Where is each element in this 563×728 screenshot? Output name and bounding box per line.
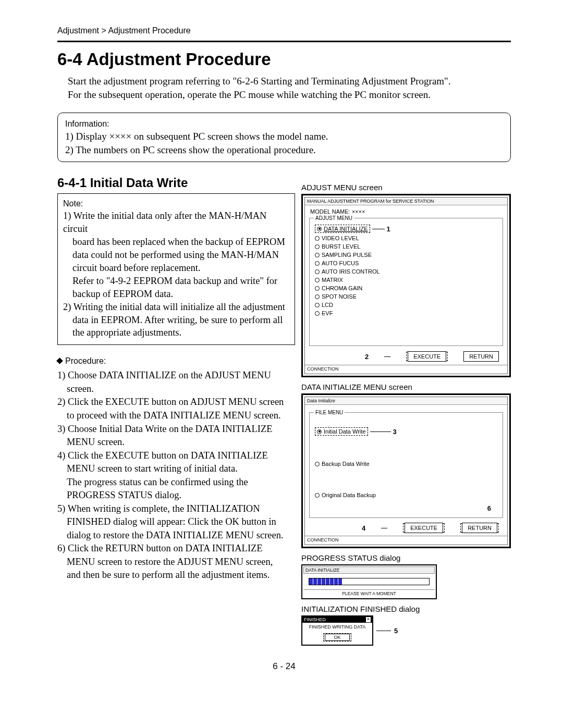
note-text: 1) Write the initial data only after the…: [63, 209, 289, 340]
adjust-item[interactable]: SAMPLING PULSE: [312, 251, 500, 259]
radio-icon: [315, 462, 320, 466]
callout-2: 2: [365, 353, 369, 361]
subsection-title: 6-4-1 Initial Data Write: [57, 176, 295, 190]
adjust-item[interactable]: AUTO IRIS CONTROL: [312, 267, 500, 276]
return-button[interactable]: RETURN: [463, 351, 499, 362]
finished-dialog: FINISHED × FINISHED WRITING DATA OK: [301, 615, 373, 646]
note-box: Note: 1) Write the initial data only aft…: [57, 193, 295, 345]
file-item-initial-data-write[interactable]: Initial Data Write 3: [312, 424, 500, 439]
radio-icon: [315, 236, 320, 241]
ok-button[interactable]: OK: [325, 634, 349, 641]
data-init-titlebar: Data Initialize: [305, 397, 507, 405]
adjust-menu-screen: MANUAL ADJUSTMENT PROGRAM for SERVICE ST…: [301, 194, 511, 377]
callout-4: 4: [362, 524, 365, 532]
intro-line-1: Start the adjustment program referring t…: [68, 75, 511, 88]
progress-dialog: DATA INITIALIZE PLEASE WAIT A MOMENT: [301, 564, 437, 599]
radio-icon: [315, 493, 320, 498]
adjust-item[interactable]: SPOT NOISE: [312, 292, 500, 301]
section-title: 6-4 Adjustment Procedure: [57, 50, 511, 69]
adjust-item[interactable]: BURST LEVEL: [312, 242, 500, 251]
callout-1: 1: [387, 225, 390, 233]
adjust-item[interactable]: CHROMA GAIN: [312, 284, 500, 292]
return-button[interactable]: RETURN: [462, 523, 497, 533]
radio-icon: [315, 286, 320, 291]
procedure-header: Procedure:: [57, 356, 295, 366]
header-rule: [57, 41, 511, 42]
adjust-menu-group-title: ADJUST MENU: [314, 215, 354, 221]
progress-message: PLEASE WAIT A MOMENT: [303, 589, 435, 597]
adjust-item[interactable]: LCD: [312, 301, 500, 309]
execute-button[interactable]: EXECUTE: [405, 523, 443, 533]
finished-dialog-label: INITIALIZATION FINISHED dialog: [301, 604, 511, 613]
information-box: Information: 1) Display ×××× on subseque…: [57, 113, 511, 162]
progress-dialog-label: PROGRESS STATUS dialog: [301, 553, 511, 562]
close-icon[interactable]: ×: [366, 617, 371, 622]
file-item-original-data-backup[interactable]: Original Data Backup: [312, 489, 500, 501]
callout-6: 6: [487, 504, 491, 512]
procedure-list: 1) Choose DATA INITIALIZE on the ADJUST …: [57, 369, 295, 582]
data-init-screen: Data Initialize FILE MENU Initial Data W…: [301, 393, 511, 548]
progress-bar: [309, 578, 430, 585]
connection-status: CONNECTION: [305, 365, 507, 373]
progress-bar-fill: [309, 578, 342, 585]
model-name-line: MODEL NAME: ××××: [308, 208, 504, 215]
execute-button[interactable]: EXECUTE: [408, 351, 446, 362]
note-label: Note:: [63, 198, 289, 209]
breadcrumb: Adjustment > Adjustment Procedure: [57, 26, 511, 35]
diamond-bullet-icon: [56, 358, 63, 365]
radio-icon: [315, 269, 320, 274]
info-line-1: 1) Display ×××× on subsequent PC screen …: [65, 130, 503, 143]
finished-body-text: FINISHED WRITING DATA: [302, 623, 372, 631]
file-menu-group-title: FILE MENU: [314, 410, 345, 415]
radio-filled-icon: [317, 227, 322, 231]
data-init-screen-label: DATA INITIALIZE MENU screen: [301, 382, 511, 391]
adjust-item[interactable]: MATRIX: [312, 276, 500, 284]
adjust-menu-titlebar: MANUAL ADJUSTMENT PROGRAM for SERVICE ST…: [305, 198, 507, 205]
adjust-menu-items: DATA INITIALIZE 1 VIDEO LEVEL BURST LEVE…: [312, 224, 500, 317]
info-line-2: 2) The numbers on PC screens show the op…: [65, 143, 503, 157]
adjust-item-data-initialize[interactable]: DATA INITIALIZE 1: [312, 224, 500, 234]
radio-icon: [315, 261, 320, 266]
radio-icon: [315, 311, 320, 316]
adjust-item[interactable]: AUTO FUCUS: [312, 259, 500, 267]
intro-line-2: For the subsequent operation, operate th…: [68, 88, 511, 102]
radio-filled-icon: [317, 429, 322, 434]
callout-3: 3: [393, 428, 397, 436]
progress-dialog-title: DATA INITIALIZE: [303, 566, 435, 574]
adjust-menu-screen-label: ADJUST MENU screen: [301, 183, 511, 192]
adjust-item[interactable]: VIDEO LEVEL: [312, 234, 500, 242]
radio-icon: [315, 244, 320, 249]
radio-icon: [315, 253, 320, 257]
radio-icon: [315, 303, 320, 307]
callout-5: 5: [394, 627, 398, 635]
connection-status: CONNECTION: [305, 536, 507, 544]
radio-icon: [315, 294, 320, 299]
radio-icon: [315, 278, 320, 282]
file-item-backup-data-write[interactable]: Backup Data Write: [312, 458, 500, 470]
adjust-item[interactable]: EVF: [312, 309, 500, 317]
finished-title-text: FINISHED: [304, 617, 326, 622]
page-number: 6 - 24: [57, 661, 511, 672]
information-label: Information:: [65, 118, 503, 130]
